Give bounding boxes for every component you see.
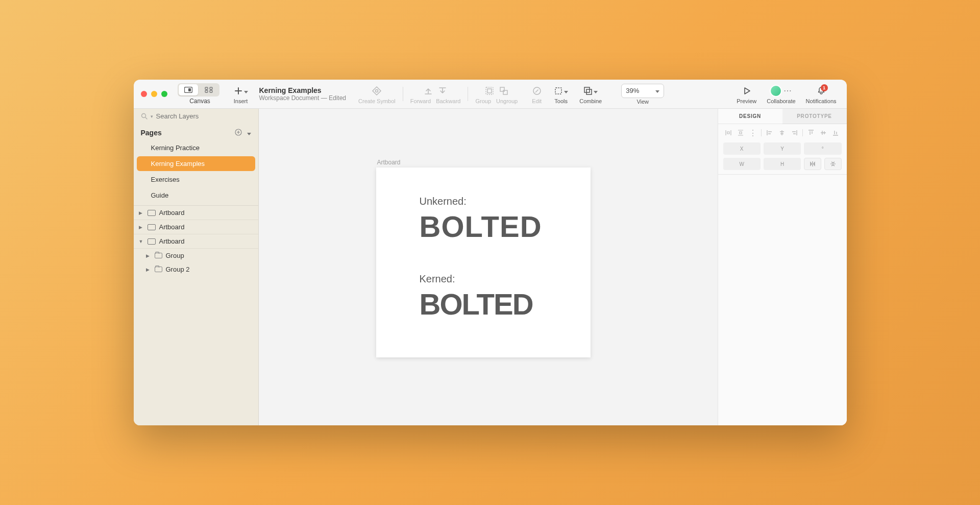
artboard-icon — [148, 238, 156, 245]
toolbar-divider — [468, 87, 468, 101]
close-window-button[interactable] — [141, 91, 147, 97]
ungroup-label: Ungroup — [496, 98, 518, 104]
canvas-label: Canvas — [186, 98, 214, 105]
create-symbol-button[interactable] — [372, 86, 382, 96]
page-item-active[interactable]: Kerning Examples — [137, 156, 255, 171]
notifications-group: 1 Notifications — [806, 84, 837, 104]
flip-v-button[interactable] — [824, 158, 842, 170]
tab-design[interactable]: DESIGN — [718, 109, 782, 124]
layer-group[interactable]: ▶ Group — [134, 249, 258, 262]
zoom-group: 39% View — [621, 84, 664, 105]
tools-group: Tools — [554, 84, 568, 104]
layer-artboard[interactable]: ▶ Artboard — [134, 220, 258, 234]
edit-button[interactable] — [532, 86, 542, 95]
svg-rect-2 — [205, 87, 208, 89]
grid-view-button[interactable] — [199, 84, 218, 95]
toolbar: Canvas Insert Kerning Examples Workspace… — [134, 80, 847, 109]
group-group: GroupUngroup — [475, 84, 518, 104]
folder-icon — [155, 267, 162, 272]
sidebar: ▾ Pages Kerning Practice Kerning Example… — [134, 109, 259, 425]
disclosure-down-icon[interactable]: ▼ — [139, 239, 144, 244]
layer-label: Group 2 — [166, 266, 190, 273]
flip-h-button[interactable] — [804, 158, 821, 170]
backward-button[interactable] — [438, 86, 447, 95]
align-bottom-icon[interactable] — [830, 128, 841, 137]
combine-label: Combine — [579, 98, 602, 104]
group-button[interactable] — [485, 86, 494, 95]
disclosure-right-icon[interactable]: ▶ — [146, 253, 151, 258]
maximize-window-button[interactable] — [161, 91, 167, 97]
preview-button[interactable] — [742, 86, 751, 95]
kerned-text: BOLTED — [420, 287, 591, 321]
align-center-v-icon[interactable] — [818, 128, 828, 137]
app-window: Canvas Insert Kerning Examples Workspace… — [134, 80, 847, 425]
canvas[interactable]: Artboard Unkerned: BOLTED Kerned: BOLTED — [259, 109, 718, 425]
insert-button[interactable] — [234, 86, 248, 95]
h-field[interactable]: H — [764, 158, 801, 170]
align-center-h-icon[interactable] — [777, 128, 787, 137]
align-right-icon[interactable] — [789, 128, 799, 137]
artboard-icon — [148, 210, 156, 216]
search-input[interactable] — [156, 112, 228, 120]
forward-button[interactable] — [424, 86, 433, 95]
toolbar-divider — [403, 87, 403, 101]
page-item[interactable]: Kerning Practice — [137, 140, 255, 155]
layer-label: Artboard — [159, 209, 185, 217]
preview-group: Preview — [737, 84, 756, 104]
tab-prototype[interactable]: PROTOTYPE — [782, 109, 847, 124]
search-layers[interactable]: ▾ — [134, 109, 258, 124]
collaborate-label: Collaborate — [767, 98, 795, 104]
distribute-h-icon[interactable] — [723, 128, 733, 137]
pages-label: Pages — [141, 129, 162, 137]
collaborator-avatar[interactable] — [770, 85, 782, 97]
group-label: Group — [475, 98, 491, 104]
inspector-tabs: DESIGN PROTOTYPE — [718, 109, 847, 124]
minimize-window-button[interactable] — [151, 91, 157, 97]
disclosure-right-icon[interactable]: ▶ — [139, 210, 144, 215]
view-label: View — [636, 99, 649, 105]
folder-icon — [155, 253, 162, 258]
separator — [761, 129, 762, 136]
combine-button[interactable] — [583, 86, 598, 95]
disclosure-right-icon[interactable]: ▶ — [139, 225, 144, 230]
window-controls — [141, 91, 167, 97]
document-title-block: Kerning Examples Workspace Document — Ed… — [259, 86, 347, 102]
ungroup-button[interactable] — [499, 86, 508, 95]
artboard-name[interactable]: Artboard — [377, 159, 401, 166]
distribute-v-icon[interactable] — [736, 128, 746, 137]
artboard-icon — [148, 224, 156, 230]
rotation-field[interactable]: ° — [804, 142, 841, 155]
more-icon[interactable]: ⋯ — [783, 86, 792, 95]
inspector-divider — [718, 174, 847, 175]
svg-rect-8 — [487, 89, 492, 93]
unkerned-label: Unkerned: — [420, 196, 591, 207]
more-align-icon[interactable]: ⋮ — [748, 128, 758, 137]
notification-badge: 1 — [821, 84, 828, 91]
add-page-button[interactable] — [235, 129, 242, 137]
tools-button[interactable] — [554, 86, 568, 95]
layer-artboard[interactable]: ▶ Artboard — [134, 206, 258, 220]
window-body: ▾ Pages Kerning Practice Kerning Example… — [134, 109, 847, 425]
layer-artboard-expanded[interactable]: ▼ Artboard — [134, 234, 258, 249]
artboard[interactable]: Unkerned: BOLTED Kerned: BOLTED — [376, 167, 591, 357]
x-field[interactable]: X — [723, 142, 761, 155]
y-field[interactable]: Y — [764, 142, 801, 155]
zoom-select[interactable]: 39% — [621, 84, 664, 98]
create-symbol-label: Create Symbol — [358, 98, 396, 104]
disclosure-right-icon[interactable]: ▶ — [146, 267, 151, 272]
w-field[interactable]: W — [723, 158, 761, 170]
notifications-button[interactable]: 1 — [817, 86, 826, 95]
svg-point-6 — [376, 89, 378, 92]
collapse-pages-button[interactable] — [247, 129, 251, 137]
notifications-label: Notifications — [806, 98, 837, 104]
canvas-view-button[interactable] — [179, 84, 198, 95]
svg-rect-10 — [503, 90, 507, 94]
arrange-group: ForwardBackward — [410, 84, 461, 104]
geometry-panel: X Y ° W H — [718, 141, 847, 174]
forward-label: Forward — [410, 98, 431, 104]
layer-group[interactable]: ▶ Group 2 — [134, 262, 258, 276]
page-item[interactable]: Exercises — [137, 172, 255, 187]
page-item[interactable]: Guide — [137, 188, 255, 203]
align-top-icon[interactable] — [806, 128, 816, 137]
align-left-icon[interactable] — [765, 128, 775, 137]
